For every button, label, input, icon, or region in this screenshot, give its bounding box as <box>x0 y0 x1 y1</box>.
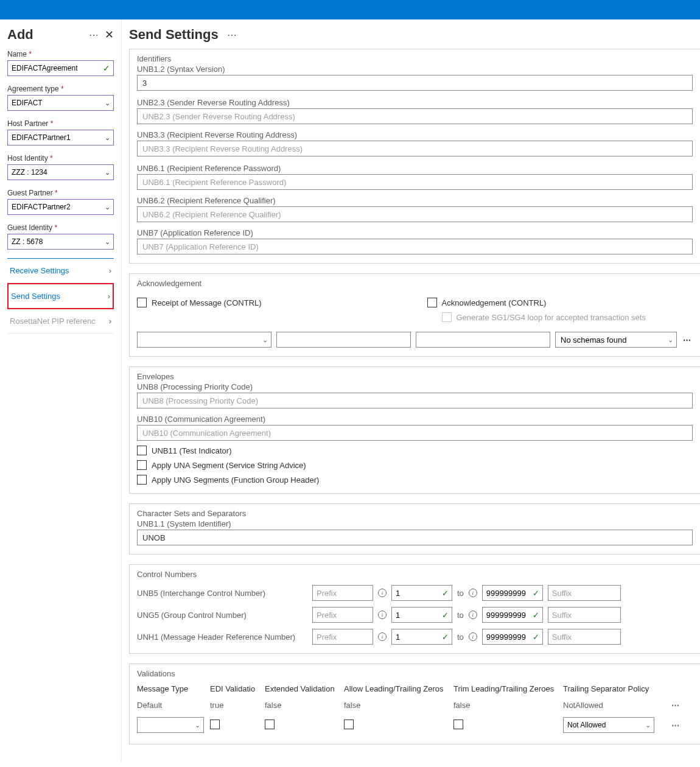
unb10-input[interactable] <box>137 425 693 441</box>
unb23-input[interactable] <box>137 108 693 124</box>
nav-label: Send Settings <box>11 292 60 301</box>
unh1-from[interactable] <box>391 629 452 645</box>
nav-send-settings[interactable]: Send Settings › <box>7 283 114 309</box>
unb62-label: UNB6.2 (Recipient Reference Qualifier) <box>137 196 693 205</box>
envelopes-section: Envelopes UNB8 (Processing Priority Code… <box>129 366 700 494</box>
apply-una-checkbox[interactable] <box>137 460 147 470</box>
agreement-type-label: Agreement type <box>7 85 114 93</box>
col-trim: Trim Leading/Trailing Zeroes <box>453 682 563 696</box>
unb5-prefix[interactable] <box>312 585 373 601</box>
ack-dropdown-1[interactable] <box>137 332 271 348</box>
ack-dropdown-3[interactable] <box>416 332 550 348</box>
edi-checkbox[interactable] <box>210 720 220 729</box>
charsets-section: Character Sets and Separators UNB1.1 (Sy… <box>129 503 700 555</box>
guest-identity-label: Guest Identity <box>7 223 114 232</box>
send-settings-panel: Send Settings ⋯ Identifiers UNB1.2 (Synt… <box>122 19 700 762</box>
unh1-to[interactable] <box>482 629 543 645</box>
ack-schema-dropdown[interactable] <box>555 332 677 348</box>
nav-receive-settings[interactable]: Receive Settings › <box>7 259 114 283</box>
default-trim: false <box>453 698 563 712</box>
more-icon[interactable]: ⋯ <box>89 29 99 41</box>
nav-label: Receive Settings <box>10 266 69 275</box>
host-partner-select[interactable] <box>7 130 114 145</box>
chevron-right-icon: › <box>108 292 110 301</box>
receipt-checkbox[interactable] <box>137 298 147 307</box>
section-title: Identifiers <box>137 54 693 63</box>
lead-checkbox[interactable] <box>344 720 354 729</box>
trim-checkbox[interactable] <box>453 720 463 729</box>
unb11-sys-input[interactable] <box>137 530 693 545</box>
unb7-label: UNB7 (Application Reference ID) <box>137 228 693 237</box>
validations-header: Message Type EDI Validatio Extended Vali… <box>137 682 693 696</box>
unb33-input[interactable] <box>137 141 693 156</box>
info-icon[interactable]: i <box>378 589 387 597</box>
default-edi: true <box>210 698 265 712</box>
default-trail: NotAllowed <box>563 698 667 712</box>
ung5-prefix[interactable] <box>312 607 373 623</box>
ext-checkbox[interactable] <box>265 720 275 729</box>
unb61-label: UNB6.1 (Recipient Reference Password) <box>137 164 693 173</box>
nav-rosettanet[interactable]: RosettaNet PIP referenc › <box>7 309 114 334</box>
unb11-checkbox[interactable] <box>137 446 147 455</box>
host-identity-select[interactable] <box>7 164 114 180</box>
col-message-type: Message Type <box>137 682 210 696</box>
info-icon[interactable]: i <box>378 611 387 619</box>
more-icon[interactable]: ⋯ <box>227 29 237 41</box>
ack-contrl-checkbox[interactable] <box>427 298 437 307</box>
unh1-label: UNH1 (Message Header Reference Number) <box>137 632 307 642</box>
more-icon[interactable]: ⋯ <box>670 721 681 730</box>
unb5-to[interactable] <box>482 585 543 601</box>
close-icon[interactable]: ✕ <box>105 28 114 41</box>
section-title: Acknowledgement <box>137 279 693 288</box>
guest-partner-select[interactable] <box>7 199 114 215</box>
ung5-to[interactable] <box>482 607 543 623</box>
ung5-suffix[interactable] <box>548 607 621 623</box>
apply-ung-label: Apply UNG Segments (Function Group Heade… <box>152 475 319 485</box>
unb11-sys-label: UNB1.1 (System Identifier) <box>137 519 693 528</box>
unb61-input[interactable] <box>137 174 693 190</box>
policy-select[interactable] <box>563 717 654 733</box>
to-label: to <box>457 611 464 620</box>
info-icon[interactable]: i <box>469 632 477 641</box>
name-input[interactable] <box>7 60 114 76</box>
col-edi: EDI Validatio <box>210 682 265 696</box>
apply-ung-checkbox[interactable] <box>137 475 147 485</box>
info-icon[interactable]: i <box>378 632 387 641</box>
ung5-from[interactable] <box>391 607 452 623</box>
info-icon[interactable]: i <box>469 589 477 597</box>
ack-dropdown-2[interactable] <box>276 332 411 348</box>
unb8-label: UNB8 (Processing Priority Code) <box>137 382 693 391</box>
validation-default-row: Default true false false false NotAllowe… <box>137 698 693 712</box>
agreement-type-select[interactable] <box>7 95 114 111</box>
guest-identity-select[interactable] <box>7 234 114 250</box>
ack-contrl-label: Acknowledgement (CONTRL) <box>442 298 547 307</box>
unh1-prefix[interactable] <box>312 629 373 645</box>
unh1-suffix[interactable] <box>548 629 621 645</box>
name-label: Name <box>7 50 114 58</box>
acknowledgement-section: Acknowledgement Receipt of Message (CONT… <box>129 273 700 357</box>
unb5-label: UNB5 (Interchange Control Number) <box>137 589 307 598</box>
msg-type-select[interactable] <box>137 717 204 733</box>
add-title: Add <box>7 27 33 43</box>
unb12-input[interactable] <box>137 75 693 91</box>
unb8-input[interactable] <box>137 393 693 408</box>
default-lead: false <box>344 698 453 712</box>
unb10-label: UNB10 (Communication Agreement) <box>137 415 693 424</box>
more-icon[interactable]: ⋯ <box>682 335 693 345</box>
unb5-from[interactable] <box>391 585 452 601</box>
more-icon[interactable]: ⋯ <box>670 701 681 710</box>
section-title: Validations <box>137 669 693 678</box>
unb5-suffix[interactable] <box>548 585 621 601</box>
col-leading: Allow Leading/Trailing Zeros <box>344 682 453 696</box>
info-icon[interactable]: i <box>469 611 477 619</box>
unb7-input[interactable] <box>137 239 693 254</box>
unb33-label: UNB3.3 (Recipient Reverse Routing Addres… <box>137 130 693 139</box>
receipt-label: Receipt of Message (CONTRL) <box>152 298 262 307</box>
control-numbers-section: Control Numbers UNB5 (Interchange Contro… <box>129 564 700 654</box>
col-trailing: Trailing Separator Policy <box>563 682 667 696</box>
unb62-input[interactable] <box>137 206 693 222</box>
page-title: Send Settings <box>129 27 219 43</box>
nav-label: RosettaNet PIP referenc <box>10 317 96 326</box>
guest-partner-label: Guest Partner <box>7 189 114 197</box>
validations-section: Validations Message Type EDI Validatio E… <box>129 664 700 744</box>
